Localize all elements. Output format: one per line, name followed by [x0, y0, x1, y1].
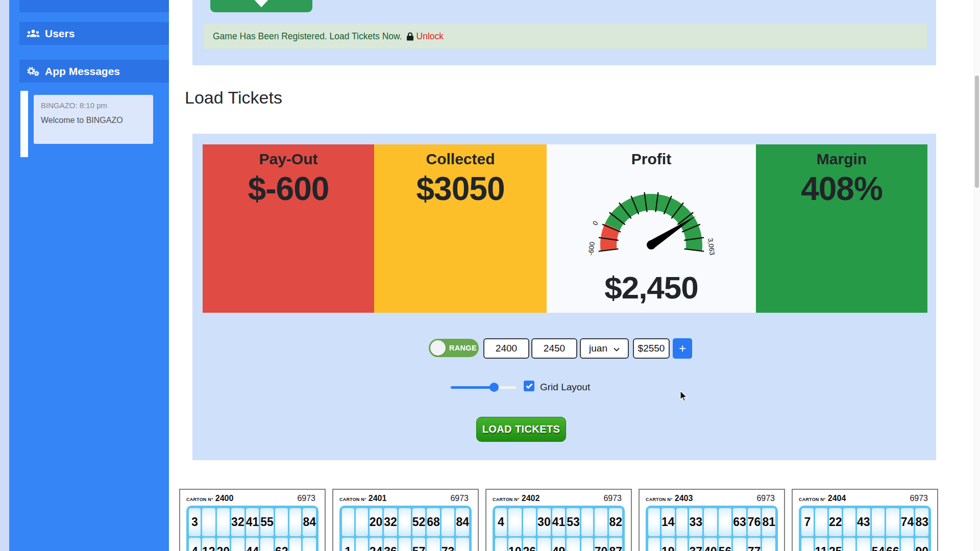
seller-selected-value: juan — [589, 343, 607, 354]
profit-panel: Profit -600 0 3,063 $2,450 — [547, 144, 756, 313]
carton-label: CARTON N° — [799, 497, 826, 502]
bingo-cell: 22 — [829, 508, 842, 536]
bingo-grid: 4304153821026497087 — [493, 506, 625, 551]
message-meta: BINGAZO: 8:10 pm — [41, 101, 146, 110]
bingo-cell — [456, 538, 469, 551]
slider-fill — [451, 386, 494, 389]
bingo-cell: 41 — [246, 508, 259, 536]
carton-label: CARTON N° — [493, 497, 520, 502]
bingo-cell: 4 — [189, 538, 201, 551]
size-slider[interactable] — [451, 383, 516, 392]
sidebar-item-users[interactable]: Users — [19, 22, 169, 45]
collected-panel: Collected $3050 — [374, 144, 547, 313]
bingo-cell: 76 — [748, 508, 761, 536]
carton-serial: 6973 — [450, 494, 469, 503]
app-message-bubble: BINGAZO: 8:10 pm Welcome to BINGAZO — [34, 95, 153, 144]
bingo-cell — [427, 538, 440, 551]
mouse-cursor — [680, 391, 689, 404]
load-tickets-button-label: LOAD TICKETS — [482, 423, 560, 435]
bingo-cell — [523, 508, 536, 536]
toggle-knob[interactable] — [430, 340, 446, 356]
bingo-cell: 81 — [762, 508, 775, 536]
bingo-grid: 14336376811937405677 — [646, 506, 778, 551]
bingo-cell — [581, 538, 593, 551]
bingo-cell: 33 — [689, 508, 702, 536]
bingo-cell — [676, 538, 688, 551]
bingo-cell: 77 — [748, 538, 761, 551]
bingo-cell: 84 — [456, 508, 469, 536]
bingo-cell — [275, 508, 288, 536]
bingo-cell: 44 — [246, 538, 259, 551]
grid-layout-checkbox[interactable] — [524, 381, 534, 391]
bingo-cell: 90 — [915, 538, 928, 551]
bingo-cell: 3 — [189, 508, 201, 536]
collected-label: Collected — [426, 151, 495, 168]
bingo-cell: 83 — [915, 508, 928, 536]
bingo-cell: 1 — [342, 538, 354, 551]
check-icon — [526, 382, 533, 391]
bingo-cell — [648, 538, 660, 551]
bingo-cell: 57 — [412, 538, 426, 551]
bingo-cell: 10 — [508, 538, 522, 551]
carton-label: CARTON N° — [646, 497, 673, 502]
bingo-cell: 49 — [552, 538, 566, 551]
bingo-card[interactable]: CARTON N° 2401 6973 2032526884124365773 — [332, 489, 479, 551]
carton-number: 2403 — [675, 494, 693, 503]
scrollbar-thumb[interactable] — [975, 76, 979, 188]
carton-serial: 6973 — [756, 494, 775, 503]
bingo-cell — [231, 538, 244, 551]
bingo-cell: 56 — [719, 538, 732, 551]
game-status-card: Game Has Been Registered. Load Tickets N… — [192, 0, 936, 65]
bingo-cell — [733, 538, 746, 551]
sidebar-item-top-partial[interactable] — [19, 0, 169, 12]
bingo-cell — [303, 538, 316, 551]
bingo-card[interactable]: CARTON N° 2402 6973 4304153821026497087 — [485, 489, 632, 551]
carton-label: CARTON N° — [186, 497, 213, 502]
bingo-cell: 43 — [857, 508, 870, 536]
bingo-cell: 20 — [370, 508, 383, 536]
sidebar: Users App Messages BINGAZO: 8:10 pm Welc… — [9, 0, 169, 551]
bingo-cell: 30 — [537, 508, 551, 536]
load-tickets-button[interactable]: LOAD TICKETS — [476, 417, 566, 442]
svg-text:0: 0 — [591, 219, 600, 227]
bingo-card[interactable]: CARTON N° 2400 6973 332415584412204462 — [179, 489, 326, 551]
bingo-cell: 32 — [384, 508, 397, 536]
range-to-input[interactable] — [531, 338, 577, 359]
grid-layout-label: Grid Layout — [540, 382, 590, 393]
margin-label: Margin — [817, 151, 867, 168]
price-input[interactable] — [633, 338, 670, 359]
bingo-cell: 40 — [704, 538, 717, 551]
bingo-cell: 32 — [231, 508, 244, 536]
unlock-link[interactable]: Unlock — [416, 31, 444, 42]
bingo-card[interactable]: CARTON N° 2403 6973 14336376811937405677 — [639, 489, 785, 551]
carton-serial: 6973 — [910, 494, 928, 503]
bingo-cell: 7 — [801, 508, 814, 536]
bingo-cell — [537, 538, 551, 551]
bingo-card[interactable]: CARTON N° 2404 6973 7224374831125546690 — [792, 489, 938, 551]
range-toggle[interactable]: RANGE — [429, 339, 479, 357]
chevron-down-icon — [614, 343, 620, 354]
add-range-button[interactable]: + — [673, 338, 692, 359]
lock-icon — [406, 32, 414, 41]
bingo-cell — [648, 508, 660, 536]
payout-label: Pay-Out — [259, 151, 317, 168]
bingo-cell — [762, 538, 775, 551]
slider-thumb[interactable] — [489, 383, 499, 392]
bingo-cell: 66 — [886, 538, 899, 551]
bingo-cell: 84 — [303, 508, 316, 536]
carton-serial: 6973 — [603, 494, 622, 503]
payout-value: $-600 — [248, 170, 329, 208]
bingo-cell: 55 — [260, 508, 274, 536]
profit-value: $2,450 — [604, 269, 698, 306]
bingo-cell — [843, 538, 855, 551]
bingo-cell — [843, 508, 855, 536]
bingo-cell — [202, 508, 215, 536]
seller-select[interactable]: juan — [580, 338, 629, 359]
registered-button[interactable] — [210, 0, 312, 12]
carton-number: 2401 — [369, 494, 387, 503]
bingo-cell — [217, 508, 230, 536]
range-from-input[interactable] — [483, 338, 529, 359]
bingo-cell: 68 — [427, 508, 440, 536]
sidebar-item-app-messages[interactable]: App Messages — [19, 60, 169, 83]
bingo-cell — [399, 538, 411, 551]
